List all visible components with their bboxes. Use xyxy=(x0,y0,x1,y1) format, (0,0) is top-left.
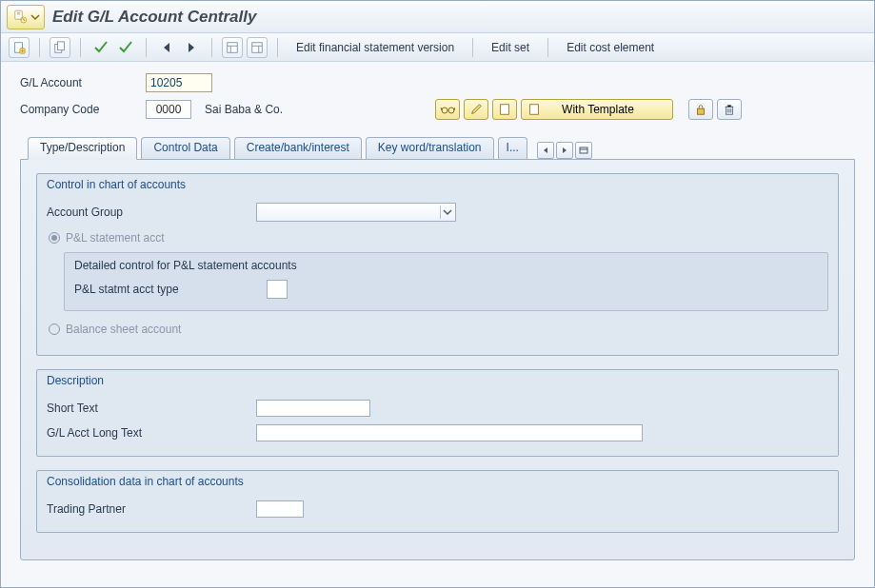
display-button[interactable] xyxy=(435,99,460,120)
separator xyxy=(80,38,81,57)
tabstrip: Type/Description Control Data Create/ban… xyxy=(20,136,855,560)
account-group-label: Account Group xyxy=(47,206,256,219)
app-title: Edit G/L Account Centrally xyxy=(52,8,256,27)
group-description: Description Short Text G/L Acct Long Tex… xyxy=(36,369,839,457)
change-button[interactable] xyxy=(464,99,488,120)
lock-button[interactable] xyxy=(688,99,713,120)
company-code-label: Company Code xyxy=(20,103,146,116)
tab-list-icon xyxy=(579,147,588,154)
create-button[interactable] xyxy=(492,99,517,120)
trash-icon xyxy=(723,103,736,116)
triangle-right-icon xyxy=(187,42,196,53)
separator xyxy=(146,38,147,57)
svg-rect-11 xyxy=(530,105,539,115)
lock-icon xyxy=(694,103,707,116)
layout-button-2[interactable] xyxy=(247,37,268,58)
glasses-icon xyxy=(440,102,455,117)
short-text-row: Short Text xyxy=(47,397,828,420)
tab-type-description[interactable]: Type/Description xyxy=(28,137,137,160)
edit-cost-element-link[interactable]: Edit cost element xyxy=(558,37,663,58)
balance-sheet-radio-label: Balance sheet account xyxy=(66,323,181,336)
company-code-input[interactable] xyxy=(146,100,191,119)
balance-sheet-radio-row[interactable]: Balance sheet account xyxy=(49,319,828,340)
short-text-label: Short Text xyxy=(47,402,256,415)
group-control-chart-title: Control in chart of accounts xyxy=(47,176,828,193)
tab-scroll-controls xyxy=(537,142,592,159)
edit-set-link[interactable]: Edit set xyxy=(483,37,538,58)
system-menu-button[interactable] xyxy=(7,5,45,29)
page-icon xyxy=(498,103,511,116)
long-text-label: G/L Acct Long Text xyxy=(47,426,256,440)
with-template-label: With Template xyxy=(562,103,634,116)
long-text-input[interactable] xyxy=(256,424,643,441)
triangle-left-icon xyxy=(162,42,171,53)
next-record-button[interactable] xyxy=(181,37,202,58)
trading-partner-input[interactable] xyxy=(256,500,304,518)
trading-partner-row: Trading Partner xyxy=(47,498,828,520)
group-consolidation: Consolidation data in chart of accounts … xyxy=(36,470,839,533)
tab-truncated[interactable]: I... xyxy=(498,137,527,160)
account-group-select[interactable] xyxy=(256,203,456,222)
separator xyxy=(277,38,278,57)
separator xyxy=(211,38,212,57)
pl-statement-radio-row[interactable]: P&L statement acct xyxy=(49,227,828,248)
chevron-down-icon xyxy=(443,207,452,217)
gl-account-row: G/L Account xyxy=(20,71,855,94)
balance-sheet-radio[interactable] xyxy=(49,323,60,335)
tabs-row: Type/Description Control Data Create/ban… xyxy=(20,136,855,159)
separator xyxy=(39,38,40,57)
group-description-title: Description xyxy=(47,372,828,389)
group-control-chart: Control in chart of accounts Account Gro… xyxy=(36,173,839,356)
edit-financial-statement-link[interactable]: Edit financial statement version xyxy=(288,37,463,58)
pl-detail-subgroup: Detailed control for P&L statement accou… xyxy=(64,252,828,311)
pl-statement-radio-label: P&L statement acct xyxy=(66,231,165,245)
gl-account-input[interactable] xyxy=(146,73,212,92)
svg-rect-14 xyxy=(580,147,587,153)
company-code-desc: Sai Baba & Co. xyxy=(205,103,283,116)
svg-rect-6 xyxy=(228,42,238,52)
with-template-button[interactable]: With Template xyxy=(521,99,673,120)
separator xyxy=(547,38,548,57)
tab-panel: Control in chart of accounts Account Gro… xyxy=(20,159,855,560)
delete-button[interactable] xyxy=(717,99,742,120)
check-forward-button[interactable] xyxy=(115,37,136,58)
title-bar: Edit G/L Account Centrally xyxy=(1,1,874,33)
copy-button[interactable] xyxy=(50,37,70,58)
app-window: Edit G/L Account Centrally xyxy=(0,0,875,588)
tab-create-bank-interest[interactable]: Create/bank/interest xyxy=(234,137,362,160)
layout-button-1[interactable] xyxy=(222,37,243,58)
new-document-button[interactable] xyxy=(9,37,30,58)
pl-type-row: P&L statmt acct type xyxy=(74,278,818,301)
check-green-icon xyxy=(118,40,133,55)
svg-rect-7 xyxy=(252,42,263,52)
pl-statement-radio[interactable] xyxy=(49,232,60,244)
body-area: G/L Account Company Code Sai Baba & Co. … xyxy=(1,62,874,587)
pl-detail-subgroup-title: Detailed control for P&L statement accou… xyxy=(74,259,818,272)
pl-type-input[interactable] xyxy=(267,280,288,299)
tab-scroll-left-button[interactable] xyxy=(537,142,554,159)
main-toolbar: Edit financial statement version Edit se… xyxy=(1,33,874,62)
pl-type-label: P&L statmt acct type xyxy=(74,283,267,296)
prev-record-button[interactable] xyxy=(156,37,177,58)
group-consolidation-title: Consolidation data in chart of accounts xyxy=(47,473,828,490)
triangle-right-icon xyxy=(561,147,568,154)
gl-account-label: G/L Account xyxy=(20,76,146,89)
copy-icon xyxy=(53,41,67,54)
long-text-row: G/L Acct Long Text xyxy=(47,421,828,444)
tab-scroll-right-button[interactable] xyxy=(556,142,573,159)
check-back-button[interactable] xyxy=(90,37,111,58)
svg-rect-10 xyxy=(501,105,509,115)
pencil-icon xyxy=(469,103,483,116)
tab-keyword-translation[interactable]: Key word/translation xyxy=(366,137,494,160)
tab-list-button[interactable] xyxy=(575,142,592,159)
short-text-input[interactable] xyxy=(256,400,370,417)
trading-partner-label: Trading Partner xyxy=(47,502,256,516)
tab-control-data[interactable]: Control Data xyxy=(141,137,229,160)
svg-point-8 xyxy=(442,108,447,113)
svg-rect-5 xyxy=(57,41,64,49)
check-green-icon xyxy=(93,40,109,55)
company-code-row: Company Code Sai Baba & Co. With Templat… xyxy=(20,98,855,121)
layout-icon xyxy=(250,41,264,54)
page-icon xyxy=(527,103,541,116)
layout-icon xyxy=(226,41,239,54)
